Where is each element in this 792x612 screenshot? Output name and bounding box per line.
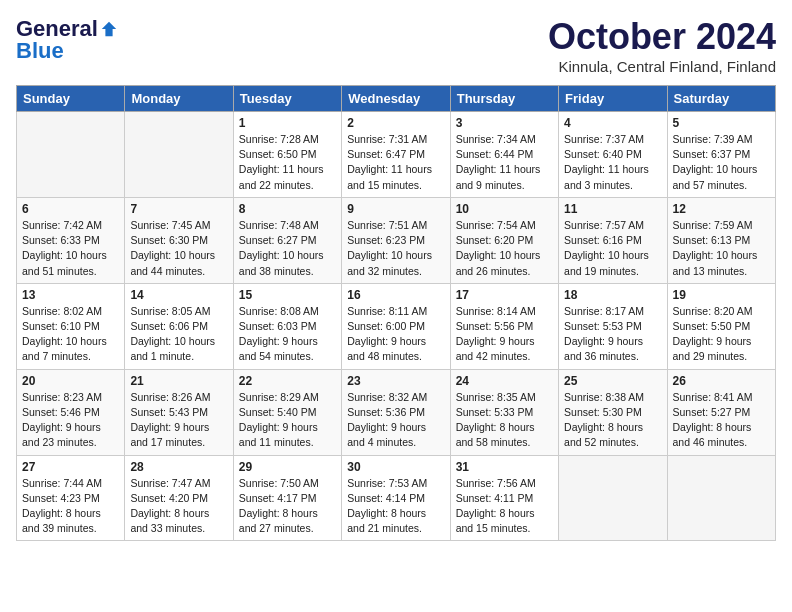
daylight-text: Daylight: 10 hours and 1 minute. <box>130 335 215 362</box>
calendar-day-cell: 10 Sunrise: 7:54 AM Sunset: 6:20 PM Dayl… <box>450 197 558 283</box>
daylight-text: Daylight: 9 hours and 48 minutes. <box>347 335 426 362</box>
day-number: 5 <box>673 116 770 130</box>
daylight-text: Daylight: 10 hours and 32 minutes. <box>347 249 432 276</box>
day-detail: Sunrise: 7:56 AM Sunset: 4:11 PM Dayligh… <box>456 476 553 537</box>
day-detail: Sunrise: 8:08 AM Sunset: 6:03 PM Dayligh… <box>239 304 336 365</box>
sunrise-text: Sunrise: 8:17 AM <box>564 305 644 317</box>
sunrise-text: Sunrise: 7:28 AM <box>239 133 319 145</box>
sunset-text: Sunset: 6:23 PM <box>347 234 425 246</box>
daylight-text: Daylight: 9 hours and 17 minutes. <box>130 421 209 448</box>
sunrise-text: Sunrise: 8:08 AM <box>239 305 319 317</box>
day-detail: Sunrise: 8:29 AM Sunset: 5:40 PM Dayligh… <box>239 390 336 451</box>
sunrise-text: Sunrise: 8:05 AM <box>130 305 210 317</box>
calendar-day-cell: 20 Sunrise: 8:23 AM Sunset: 5:46 PM Dayl… <box>17 369 125 455</box>
sunrise-text: Sunrise: 8:35 AM <box>456 391 536 403</box>
daylight-text: Daylight: 9 hours and 4 minutes. <box>347 421 426 448</box>
daylight-text: Daylight: 10 hours and 7 minutes. <box>22 335 107 362</box>
daylight-text: Daylight: 8 hours and 39 minutes. <box>22 507 101 534</box>
day-detail: Sunrise: 7:44 AM Sunset: 4:23 PM Dayligh… <box>22 476 119 537</box>
sunrise-text: Sunrise: 7:39 AM <box>673 133 753 145</box>
sunset-text: Sunset: 6:06 PM <box>130 320 208 332</box>
month-title: October 2024 <box>548 16 776 58</box>
day-detail: Sunrise: 8:14 AM Sunset: 5:56 PM Dayligh… <box>456 304 553 365</box>
sunrise-text: Sunrise: 8:32 AM <box>347 391 427 403</box>
sunrise-text: Sunrise: 7:53 AM <box>347 477 427 489</box>
sunset-text: Sunset: 6:16 PM <box>564 234 642 246</box>
day-detail: Sunrise: 7:54 AM Sunset: 6:20 PM Dayligh… <box>456 218 553 279</box>
sunrise-text: Sunrise: 7:56 AM <box>456 477 536 489</box>
sunset-text: Sunset: 6:50 PM <box>239 148 317 160</box>
daylight-text: Daylight: 8 hours and 33 minutes. <box>130 507 209 534</box>
daylight-text: Daylight: 10 hours and 38 minutes. <box>239 249 324 276</box>
calendar-day-cell: 23 Sunrise: 8:32 AM Sunset: 5:36 PM Dayl… <box>342 369 450 455</box>
day-number: 30 <box>347 460 444 474</box>
daylight-text: Daylight: 9 hours and 23 minutes. <box>22 421 101 448</box>
sunset-text: Sunset: 5:53 PM <box>564 320 642 332</box>
day-number: 18 <box>564 288 661 302</box>
daylight-text: Daylight: 10 hours and 26 minutes. <box>456 249 541 276</box>
sunrise-text: Sunrise: 8:41 AM <box>673 391 753 403</box>
sunset-text: Sunset: 6:40 PM <box>564 148 642 160</box>
logo: General Blue <box>16 16 118 64</box>
calendar-week-row: 1 Sunrise: 7:28 AM Sunset: 6:50 PM Dayli… <box>17 112 776 198</box>
sunrise-text: Sunrise: 7:54 AM <box>456 219 536 231</box>
sunrise-text: Sunrise: 8:20 AM <box>673 305 753 317</box>
sunrise-text: Sunrise: 7:45 AM <box>130 219 210 231</box>
day-number: 29 <box>239 460 336 474</box>
day-number: 31 <box>456 460 553 474</box>
calendar-day-cell: 11 Sunrise: 7:57 AM Sunset: 6:16 PM Dayl… <box>559 197 667 283</box>
location: Kinnula, Central Finland, Finland <box>548 58 776 75</box>
day-number: 4 <box>564 116 661 130</box>
day-detail: Sunrise: 7:42 AM Sunset: 6:33 PM Dayligh… <box>22 218 119 279</box>
day-number: 7 <box>130 202 227 216</box>
day-number: 21 <box>130 374 227 388</box>
daylight-text: Daylight: 10 hours and 44 minutes. <box>130 249 215 276</box>
calendar-day-cell <box>559 455 667 541</box>
day-header-friday: Friday <box>559 86 667 112</box>
sunset-text: Sunset: 5:56 PM <box>456 320 534 332</box>
day-detail: Sunrise: 8:20 AM Sunset: 5:50 PM Dayligh… <box>673 304 770 365</box>
sunset-text: Sunset: 6:27 PM <box>239 234 317 246</box>
day-detail: Sunrise: 7:45 AM Sunset: 6:30 PM Dayligh… <box>130 218 227 279</box>
daylight-text: Daylight: 8 hours and 52 minutes. <box>564 421 643 448</box>
sunset-text: Sunset: 5:50 PM <box>673 320 751 332</box>
day-detail: Sunrise: 7:39 AM Sunset: 6:37 PM Dayligh… <box>673 132 770 193</box>
calendar-day-cell: 9 Sunrise: 7:51 AM Sunset: 6:23 PM Dayli… <box>342 197 450 283</box>
sunrise-text: Sunrise: 7:47 AM <box>130 477 210 489</box>
calendar-day-cell <box>125 112 233 198</box>
sunrise-text: Sunrise: 7:42 AM <box>22 219 102 231</box>
day-header-sunday: Sunday <box>17 86 125 112</box>
day-detail: Sunrise: 7:50 AM Sunset: 4:17 PM Dayligh… <box>239 476 336 537</box>
calendar-day-cell <box>17 112 125 198</box>
calendar-day-cell: 19 Sunrise: 8:20 AM Sunset: 5:50 PM Dayl… <box>667 283 775 369</box>
calendar-day-cell: 7 Sunrise: 7:45 AM Sunset: 6:30 PM Dayli… <box>125 197 233 283</box>
day-detail: Sunrise: 7:34 AM Sunset: 6:44 PM Dayligh… <box>456 132 553 193</box>
day-number: 8 <box>239 202 336 216</box>
calendar-header-row: SundayMondayTuesdayWednesdayThursdayFrid… <box>17 86 776 112</box>
calendar-day-cell: 12 Sunrise: 7:59 AM Sunset: 6:13 PM Dayl… <box>667 197 775 283</box>
sunset-text: Sunset: 6:13 PM <box>673 234 751 246</box>
calendar-week-row: 20 Sunrise: 8:23 AM Sunset: 5:46 PM Dayl… <box>17 369 776 455</box>
day-detail: Sunrise: 7:57 AM Sunset: 6:16 PM Dayligh… <box>564 218 661 279</box>
daylight-text: Daylight: 9 hours and 11 minutes. <box>239 421 318 448</box>
day-detail: Sunrise: 8:26 AM Sunset: 5:43 PM Dayligh… <box>130 390 227 451</box>
calendar-day-cell <box>667 455 775 541</box>
day-number: 22 <box>239 374 336 388</box>
calendar-day-cell: 18 Sunrise: 8:17 AM Sunset: 5:53 PM Dayl… <box>559 283 667 369</box>
calendar-day-cell: 29 Sunrise: 7:50 AM Sunset: 4:17 PM Dayl… <box>233 455 341 541</box>
day-number: 12 <box>673 202 770 216</box>
calendar-week-row: 27 Sunrise: 7:44 AM Sunset: 4:23 PM Dayl… <box>17 455 776 541</box>
daylight-text: Daylight: 10 hours and 51 minutes. <box>22 249 107 276</box>
day-header-tuesday: Tuesday <box>233 86 341 112</box>
calendar-day-cell: 6 Sunrise: 7:42 AM Sunset: 6:33 PM Dayli… <box>17 197 125 283</box>
sunrise-text: Sunrise: 8:14 AM <box>456 305 536 317</box>
sunset-text: Sunset: 4:23 PM <box>22 492 100 504</box>
sunset-text: Sunset: 6:00 PM <box>347 320 425 332</box>
day-detail: Sunrise: 7:31 AM Sunset: 6:47 PM Dayligh… <box>347 132 444 193</box>
logo-icon <box>100 20 118 38</box>
day-number: 19 <box>673 288 770 302</box>
sunset-text: Sunset: 6:30 PM <box>130 234 208 246</box>
sunrise-text: Sunrise: 8:11 AM <box>347 305 427 317</box>
day-detail: Sunrise: 7:37 AM Sunset: 6:40 PM Dayligh… <box>564 132 661 193</box>
sunrise-text: Sunrise: 7:48 AM <box>239 219 319 231</box>
